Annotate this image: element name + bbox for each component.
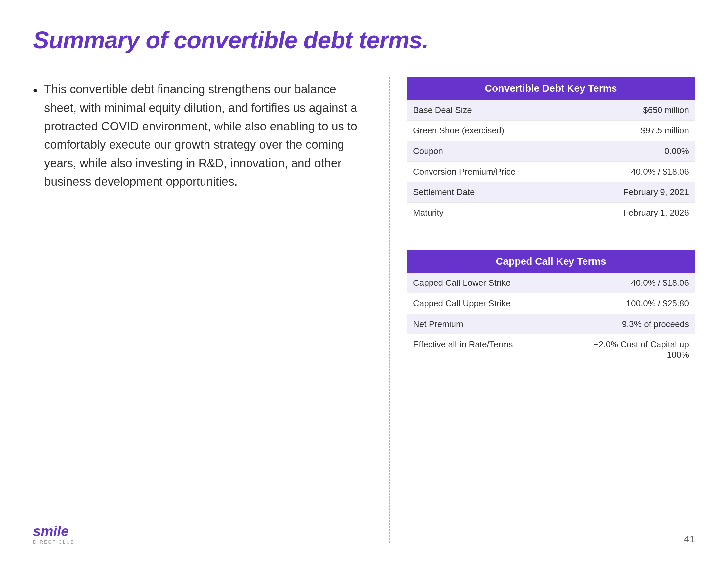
row-label: Maturity: [407, 203, 579, 223]
row-label: Coupon: [407, 141, 579, 162]
right-panel: Convertible Debt Key Terms Base Deal Siz…: [407, 77, 695, 543]
row-label: Capped Call Lower Strike: [407, 273, 579, 294]
table-row: Green Shoe (exercised) $97.5 million: [407, 120, 695, 141]
row-label: Green Shoe (exercised): [407, 120, 579, 141]
section-gap: [407, 236, 695, 250]
table-row: Coupon 0.00%: [407, 141, 695, 162]
row-value: $97.5 million: [579, 120, 695, 141]
row-value: February 1, 2026: [579, 203, 695, 223]
table-row: Net Premium 9.3% of proceeds: [407, 314, 695, 335]
dashed-line: [389, 77, 390, 543]
convertible-table-header: Convertible Debt Key Terms: [407, 77, 695, 100]
row-value: 100.0% / $25.80: [579, 294, 695, 314]
logo-smile: smile: [33, 524, 75, 538]
table-row: Base Deal Size $650 million: [407, 100, 695, 120]
content-area: • This convertible debt financing streng…: [33, 77, 695, 543]
table-row: Effective all-in Rate/Terms ~2.0% Cost o…: [407, 335, 695, 365]
page-number: 41: [684, 534, 695, 545]
capped-call-table-header: Capped Call Key Terms: [407, 250, 695, 273]
row-value: 9.3% of proceeds: [579, 314, 695, 335]
table-row: Maturity February 1, 2026: [407, 203, 695, 223]
page: Summary of convertible debt terms. • Thi…: [0, 0, 728, 563]
row-value: ~2.0% Cost of Capital up 100%: [579, 335, 695, 365]
row-value: February 9, 2021: [579, 182, 695, 203]
capped-call-table: Capped Call Key Terms Capped Call Lower …: [407, 250, 695, 365]
left-panel: • This convertible debt financing streng…: [33, 77, 389, 543]
row-label: Effective all-in Rate/Terms: [407, 335, 579, 365]
row-label: Conversion Premium/Price: [407, 162, 579, 182]
row-value: $650 million: [579, 100, 695, 120]
row-value: 40.0% / $18.06: [579, 273, 695, 294]
row-label: Base Deal Size: [407, 100, 579, 120]
divider-column: [389, 77, 390, 543]
row-value: 40.0% / $18.06: [579, 162, 695, 182]
logo-subtitle: DIRECT CLUB: [33, 540, 75, 545]
bullet-dot: •: [33, 81, 37, 100]
table-row: Capped Call Upper Strike 100.0% / $25.80: [407, 294, 695, 314]
row-label: Settlement Date: [407, 182, 579, 203]
convertible-table-body: Base Deal Size $650 million Green Shoe (…: [407, 100, 695, 223]
page-title: Summary of convertible debt terms.: [33, 26, 695, 54]
row-value: 0.00%: [579, 141, 695, 162]
bullet-point: • This convertible debt financing streng…: [33, 80, 369, 191]
bullet-text: This convertible debt financing strength…: [44, 80, 369, 191]
table-row: Settlement Date February 9, 2021: [407, 182, 695, 203]
row-label: Capped Call Upper Strike: [407, 294, 579, 314]
capped-call-table-body: Capped Call Lower Strike 40.0% / $18.06 …: [407, 273, 695, 365]
table-row: Capped Call Lower Strike 40.0% / $18.06: [407, 273, 695, 294]
logo-area: smile DIRECT CLUB: [33, 524, 75, 545]
convertible-debt-table: Convertible Debt Key Terms Base Deal Siz…: [407, 77, 695, 223]
row-label: Net Premium: [407, 314, 579, 335]
table-row: Conversion Premium/Price 40.0% / $18.06: [407, 162, 695, 182]
